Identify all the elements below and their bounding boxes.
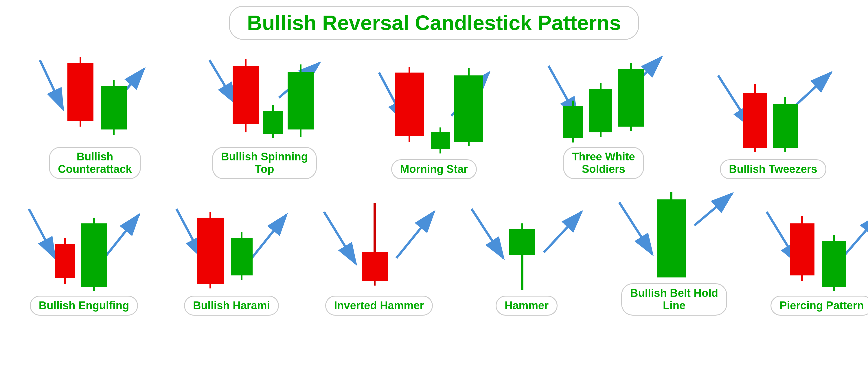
label-hammer: Hammer xyxy=(496,296,558,316)
candle-area-bullish-engulfing xyxy=(11,200,156,293)
svg-rect-18 xyxy=(288,72,314,130)
svg-line-74 xyxy=(396,212,434,258)
candle-area-bullish-tweezers xyxy=(701,64,845,156)
candle-area-bullish-harami xyxy=(159,200,304,293)
pattern-bullish-tweezers: Bullish Tweezers xyxy=(701,64,845,179)
candle-svg-bullish-tweezers xyxy=(701,64,845,156)
label-piercing-pattern: Piercing Pattern xyxy=(771,296,868,316)
label-bullish-belt-hold: Bullish Belt HoldLine xyxy=(621,283,727,316)
candle-area-three-white-soldiers xyxy=(531,51,676,144)
page: Bullish Reversal Candlestick Patterns xyxy=(0,0,868,387)
candle-area-piercing-pattern xyxy=(749,200,868,293)
candle-area-inverted-hammer xyxy=(307,200,452,293)
svg-rect-24 xyxy=(395,73,424,136)
svg-rect-81 xyxy=(509,229,535,255)
candle-svg-bullish-counterattack xyxy=(23,51,167,144)
svg-line-65 xyxy=(252,215,286,258)
candle-svg-bullish-harami xyxy=(159,200,304,293)
label-morning-star: Morning Star xyxy=(391,159,477,179)
pattern-bullish-harami: Bullish Harami xyxy=(159,200,304,316)
pattern-piercing-pattern: Piercing Pattern xyxy=(749,200,868,316)
candle-area-hammer xyxy=(454,200,599,293)
pattern-morning-star: Morning Star xyxy=(362,64,506,179)
svg-rect-36 xyxy=(563,106,583,138)
candle-area-bullish-counterattack xyxy=(23,51,167,144)
svg-rect-51 xyxy=(773,104,798,148)
svg-rect-6 xyxy=(101,86,127,130)
svg-line-10 xyxy=(210,60,236,103)
candle-svg-bullish-belt-hold xyxy=(602,188,746,280)
svg-rect-57 xyxy=(55,244,75,278)
svg-line-56 xyxy=(104,215,139,258)
svg-rect-48 xyxy=(743,93,767,148)
svg-line-0 xyxy=(40,60,63,109)
candle-area-bullish-spinning-top xyxy=(192,51,337,144)
svg-rect-15 xyxy=(263,111,283,134)
svg-rect-87 xyxy=(657,200,686,277)
candle-area-morning-star xyxy=(362,64,506,156)
svg-line-55 xyxy=(29,209,55,258)
svg-rect-60 xyxy=(81,223,107,287)
svg-rect-3 xyxy=(67,63,93,121)
pattern-hammer: Hammer xyxy=(454,200,599,316)
candle-area-bullish-belt-hold xyxy=(602,188,746,280)
svg-line-80 xyxy=(544,212,582,252)
label-three-white-soldiers: Three WhiteSoldiers xyxy=(563,147,644,179)
candle-svg-piercing-pattern xyxy=(749,200,868,293)
svg-rect-12 xyxy=(232,66,259,124)
svg-rect-42 xyxy=(618,69,644,127)
pattern-inverted-hammer: Inverted Hammer xyxy=(307,200,452,316)
patterns-grid: BullishCounterattack xyxy=(6,51,862,316)
svg-line-86 xyxy=(694,194,732,225)
pattern-bullish-spinning-top: Bullish SpinningTop xyxy=(192,51,337,179)
svg-rect-66 xyxy=(197,218,224,284)
svg-rect-39 xyxy=(589,89,612,132)
label-bullish-counterattack: BullishCounterattack xyxy=(49,147,141,179)
pattern-three-white-soldiers: Three WhiteSoldiers xyxy=(531,51,676,179)
label-bullish-spinning-top: Bullish SpinningTop xyxy=(212,147,317,179)
svg-rect-76 xyxy=(362,252,388,281)
candle-svg-bullish-engulfing xyxy=(11,200,156,293)
main-title: Bullish Reversal Candlestick Patterns xyxy=(229,6,640,40)
svg-rect-27 xyxy=(431,132,450,149)
svg-rect-69 xyxy=(231,238,253,275)
svg-rect-92 xyxy=(790,223,814,275)
candle-svg-morning-star xyxy=(362,64,506,156)
label-inverted-hammer: Inverted Hammer xyxy=(325,296,433,316)
candle-svg-bullish-spinning-top xyxy=(192,51,337,144)
label-bullish-tweezers: Bullish Tweezers xyxy=(720,159,826,179)
svg-line-79 xyxy=(472,209,503,258)
svg-line-85 xyxy=(619,202,652,254)
candle-svg-inverted-hammer xyxy=(307,200,452,293)
svg-line-73 xyxy=(324,212,356,264)
row-1: BullishCounterattack xyxy=(11,51,857,179)
pattern-bullish-belt-hold: Bullish Belt HoldLine xyxy=(602,188,746,316)
pattern-bullish-counterattack: BullishCounterattack xyxy=(23,51,167,179)
svg-rect-95 xyxy=(822,241,846,287)
label-bullish-engulfing: Bullish Engulfing xyxy=(30,296,138,316)
row-2: Bullish Engulfing xyxy=(11,188,857,316)
candle-svg-three-white-soldiers xyxy=(531,51,676,144)
pattern-bullish-engulfing: Bullish Engulfing xyxy=(11,200,156,316)
candle-svg-hammer xyxy=(454,200,599,293)
svg-rect-30 xyxy=(454,75,483,142)
label-bullish-harami: Bullish Harami xyxy=(184,296,279,316)
